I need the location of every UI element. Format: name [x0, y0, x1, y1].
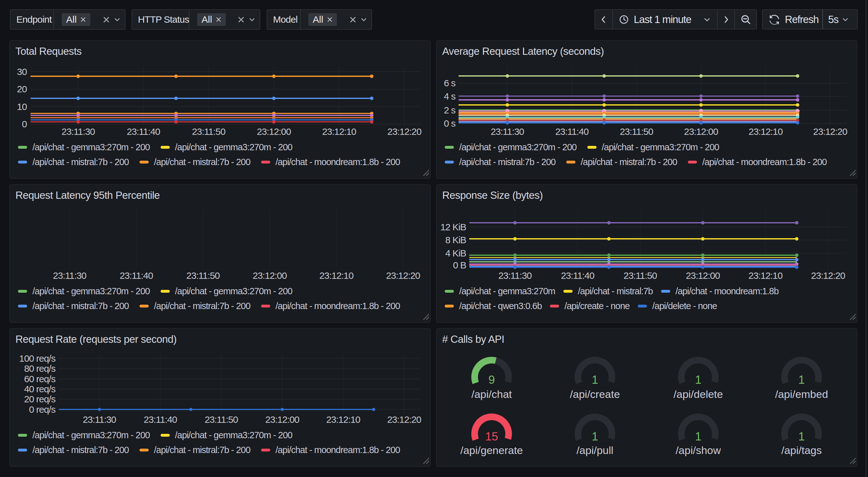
- svg-text:40 req/s: 40 req/s: [24, 384, 56, 394]
- svg-text:23:11:40: 23:11:40: [555, 126, 589, 137]
- svg-text:20 req/s: 20 req/s: [24, 394, 56, 404]
- svg-text:23:11:50: 23:11:50: [192, 126, 225, 137]
- svg-text:30: 30: [17, 66, 27, 77]
- svg-text:23:11:50: 23:11:50: [186, 270, 220, 281]
- svg-text:1: 1: [798, 430, 805, 443]
- svg-text:1: 1: [592, 374, 598, 386]
- svg-text:1: 1: [695, 430, 702, 443]
- svg-text:23:12:00: 23:12:00: [257, 126, 291, 137]
- svg-text:23:11:50: 23:11:50: [620, 126, 653, 137]
- svg-text:0 req/s: 0 req/s: [29, 404, 56, 415]
- svg-text:0 B: 0 B: [453, 260, 466, 270]
- svg-text:23:12:20: 23:12:20: [813, 126, 847, 137]
- svg-text:23:11:40: 23:11:40: [144, 414, 177, 425]
- svg-text:23:12:10: 23:12:10: [322, 126, 356, 137]
- svg-text:23:12:00: 23:12:00: [686, 270, 720, 281]
- svg-text:23:12:20: 23:12:20: [388, 126, 422, 137]
- svg-text:/api/show: /api/show: [676, 444, 721, 456]
- svg-text:23:11:30: 23:11:30: [491, 126, 524, 137]
- svg-text:23:11:30: 23:11:30: [498, 270, 532, 281]
- svg-text:23:11:40: 23:11:40: [127, 126, 160, 137]
- svg-text:23:12:00: 23:12:00: [265, 414, 299, 425]
- svg-text:23:12:10: 23:12:10: [749, 126, 783, 137]
- svg-text:1: 1: [695, 374, 702, 386]
- svg-text:0 s: 0 s: [444, 118, 456, 128]
- svg-text:23:12:10: 23:12:10: [319, 270, 353, 281]
- svg-text:/api/delete: /api/delete: [674, 388, 723, 400]
- svg-text:23:12:20: 23:12:20: [811, 270, 845, 281]
- svg-text:23:11:40: 23:11:40: [561, 270, 594, 281]
- svg-text:/api/pull: /api/pull: [576, 444, 613, 456]
- svg-text:/api/create: /api/create: [570, 388, 620, 400]
- svg-text:1: 1: [798, 374, 805, 386]
- svg-text:4 s: 4 s: [444, 91, 456, 101]
- svg-text:/api/chat: /api/chat: [471, 388, 512, 400]
- svg-text:23:11:30: 23:11:30: [83, 414, 116, 425]
- svg-text:23:12:10: 23:12:10: [748, 270, 782, 281]
- svg-text:/api/embed: /api/embed: [775, 388, 828, 400]
- svg-text:23:11:50: 23:11:50: [624, 270, 657, 281]
- svg-text:23:12:10: 23:12:10: [326, 414, 360, 425]
- svg-text:1: 1: [592, 430, 598, 443]
- svg-text:23:11:40: 23:11:40: [120, 270, 153, 281]
- svg-text:23:12:20: 23:12:20: [387, 414, 421, 425]
- svg-text:9: 9: [489, 374, 495, 386]
- svg-text:23:12:00: 23:12:00: [253, 270, 287, 281]
- svg-text:/api/tags: /api/tags: [781, 444, 822, 456]
- svg-text:20: 20: [17, 84, 27, 94]
- svg-text:/api/generate: /api/generate: [461, 444, 523, 456]
- svg-text:23:12:20: 23:12:20: [386, 270, 420, 281]
- svg-text:8 KiB: 8 KiB: [445, 235, 466, 245]
- svg-text:15: 15: [485, 430, 498, 443]
- svg-text:80 req/s: 80 req/s: [24, 363, 56, 374]
- svg-text:23:11:30: 23:11:30: [61, 126, 95, 137]
- svg-text:4 KiB: 4 KiB: [445, 248, 466, 258]
- svg-text:60 req/s: 60 req/s: [24, 374, 56, 384]
- svg-text:23:11:30: 23:11:30: [53, 270, 86, 281]
- svg-text:100 req/s: 100 req/s: [19, 353, 56, 364]
- svg-text:0: 0: [22, 119, 27, 129]
- svg-text:12 KiB: 12 KiB: [440, 222, 466, 232]
- svg-text:23:12:00: 23:12:00: [684, 126, 718, 137]
- svg-text:23:11:50: 23:11:50: [205, 414, 238, 425]
- svg-text:6 s: 6 s: [444, 78, 456, 88]
- svg-text:10: 10: [17, 101, 27, 112]
- svg-text:2 s: 2 s: [444, 105, 456, 115]
